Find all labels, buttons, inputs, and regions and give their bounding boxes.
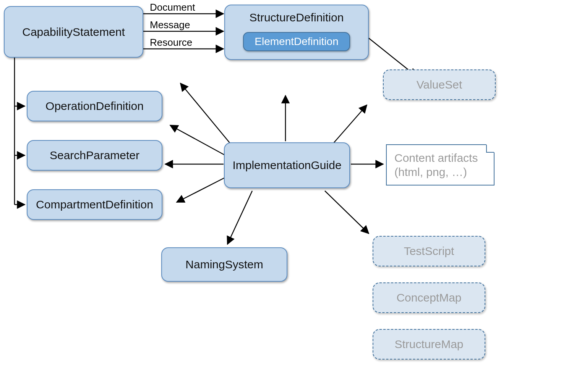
- svg-line-13: [332, 105, 367, 144]
- node-element-definition: ElementDefinition: [243, 32, 350, 51]
- edge-label-resource: Resource: [150, 37, 192, 48]
- note-fold-icon: [486, 144, 495, 153]
- node-content-artifacts: Content artifacts (html, png, …): [386, 144, 495, 186]
- node-test-script: TestScript: [373, 236, 485, 266]
- edge-label-message: Message: [150, 19, 190, 31]
- node-compartment-definition: CompartmentDefinition: [27, 189, 162, 220]
- svg-line-16: [325, 191, 369, 234]
- node-content-artifacts-label: Content artifacts (html, png, …): [394, 151, 486, 179]
- node-capability-statement: CapabilityStatement: [4, 6, 143, 58]
- node-concept-map: ConceptMap: [373, 282, 485, 313]
- node-structure-definition: StructureDefinition ElementDefinition: [224, 5, 369, 60]
- node-search-parameter: SearchParameter: [27, 140, 162, 171]
- node-operation-definition: OperationDefinition: [27, 91, 162, 121]
- svg-line-11: [177, 176, 227, 202]
- svg-line-15: [227, 191, 252, 244]
- node-structure-map: StructureMap: [373, 329, 485, 360]
- node-structure-definition-label: StructureDefinition: [231, 11, 362, 24]
- node-value-set: ValueSet: [383, 69, 496, 100]
- edge-label-document: Document: [150, 2, 195, 13]
- node-implementation-guide: ImplementationGuide: [224, 142, 350, 188]
- svg-line-9: [170, 125, 227, 156]
- node-naming-system: NamingSystem: [161, 247, 287, 282]
- svg-line-8: [180, 83, 233, 147]
